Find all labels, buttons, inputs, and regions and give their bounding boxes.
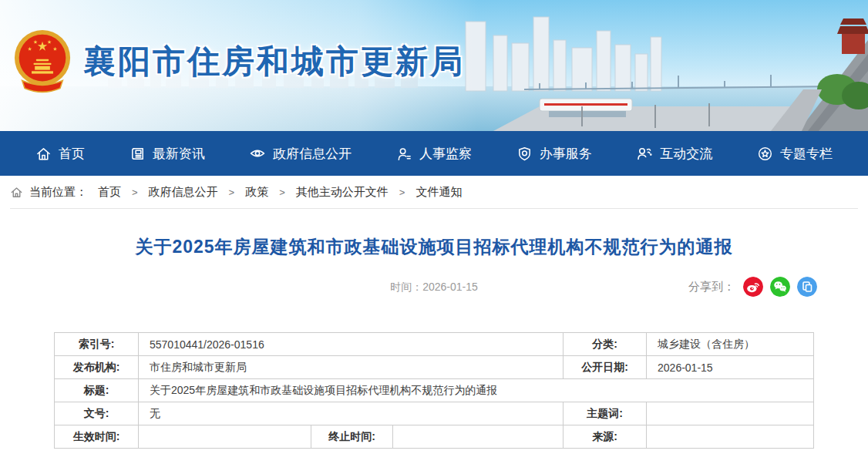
article-header: 关于2025年房屋建筑和市政基础设施项目招标代理机构不规范行为的通报 时间：20… (0, 235, 868, 298)
nav-item-gov-info[interactable]: 政府信息公开 (249, 145, 352, 163)
index-no-value: 557010441/2026-01516 (139, 333, 564, 356)
breadcrumb-home-icon (10, 186, 23, 199)
wechat-share-icon[interactable] (770, 277, 790, 297)
nav-item-news[interactable]: 最新资讯 (130, 145, 205, 163)
china-national-emblem-icon (11, 28, 74, 96)
document-meta-table-wrap: 索引号: 557010441/2026-01516 分类: 城乡建设（含住房） … (54, 332, 814, 449)
eye-icon (249, 145, 266, 162)
nav-item-home[interactable]: 首页 (35, 145, 85, 163)
keywords-value (647, 402, 814, 425)
star-icon (757, 146, 773, 162)
nav-label: 人事监察 (419, 145, 472, 163)
nav-label: 最新资讯 (153, 145, 205, 163)
breadcrumb-item-doc-notice[interactable]: 文件通知 (415, 185, 462, 200)
breadcrumb-separator: > (279, 187, 285, 198)
nav-label: 办事服务 (540, 145, 592, 163)
site-title: 襄阳市住房和城市更新局 (83, 45, 465, 78)
table-row: 标题: 关于2025年房屋建筑和市政基础设施项目招标代理机构不规范行为的通报 (55, 379, 814, 402)
publish-date-label: 公开日期: (564, 356, 647, 379)
nav-label: 政府信息公开 (273, 145, 352, 163)
category-label: 分类: (564, 333, 647, 356)
breadcrumb-label: 当前位置： (29, 185, 87, 200)
nav-item-special-topics[interactable]: 专题专栏 (757, 145, 833, 163)
nav-label: 专题专栏 (780, 145, 833, 163)
source-value (647, 425, 814, 449)
share-label: 分享到： (688, 280, 735, 294)
nav-label: 首页 (59, 145, 85, 163)
header-banner: 襄阳市住房和城市更新局 (0, 0, 868, 131)
table-row: 生效时间: 终止时间: 来源: (55, 425, 814, 449)
site-brand: 襄阳市住房和城市更新局 (11, 28, 465, 96)
publisher-label: 发布机构: (55, 356, 139, 379)
home-icon (35, 146, 52, 162)
breadcrumb-separator: > (229, 187, 235, 198)
nav-item-personnel[interactable]: 人事监察 (396, 145, 472, 163)
news-icon (130, 146, 146, 162)
person-icon (396, 146, 412, 162)
nav-label: 互动交流 (660, 145, 712, 163)
breadcrumb-item-home[interactable]: 首页 (98, 185, 121, 200)
publish-date-value: 2026-01-15 (647, 356, 814, 379)
source-label: 来源: (564, 425, 647, 449)
table-row: 索引号: 557010441/2026-01516 分类: 城乡建设（含住房） (55, 333, 814, 356)
main-nav: 首页 最新资讯 政府信息公开 人事监察 办事服务 互动交流 (0, 131, 868, 176)
weibo-share-icon[interactable] (743, 277, 763, 297)
nav-item-interaction[interactable]: 互动交流 (636, 145, 712, 163)
end-date-value (393, 425, 564, 449)
publish-time-value: 2026-01-15 (422, 281, 478, 293)
document-meta-table: 索引号: 557010441/2026-01516 分类: 城乡建设（含住房） … (54, 332, 814, 449)
breadcrumb-item-gov-info[interactable]: 政府信息公开 (149, 185, 218, 200)
doc-title-value: 关于2025年房屋建筑和市政基础设施项目招标代理机构不规范行为的通报 (139, 379, 814, 402)
breadcrumb-item-policy[interactable]: 政策 (245, 185, 268, 200)
copy-link-share-icon[interactable] (797, 277, 817, 297)
effective-date-value (139, 425, 311, 449)
category-value: 城乡建设（含住房） (647, 333, 814, 356)
doc-no-label: 文号: (55, 402, 139, 425)
table-row: 发布机构: 市住房和城市更新局 公开日期: 2026-01-15 (55, 356, 814, 379)
breadcrumb-separator: > (132, 187, 138, 198)
article-meta-row: 时间：2026-01-15 分享到： (0, 276, 868, 298)
publish-time-label: 时间： (390, 281, 422, 293)
doc-no-value: 无 (139, 402, 564, 425)
breadcrumb-separator: > (399, 187, 405, 198)
doc-title-label: 标题: (55, 379, 139, 402)
nav-item-services[interactable]: 办事服务 (516, 145, 592, 163)
chat-icon (636, 145, 653, 162)
end-date-label: 终止时间: (311, 425, 393, 449)
article-title: 关于2025年房屋建筑和市政基础设施项目招标代理机构不规范行为的通报 (0, 235, 868, 259)
breadcrumb-item-other-docs[interactable]: 其他主动公开文件 (296, 185, 389, 200)
breadcrumb: 当前位置： 首页 > 政府信息公开 > 政策 > 其他主动公开文件 > 文件通知 (10, 176, 858, 209)
share-bar: 分享到： (688, 276, 817, 298)
table-row: 文号: 无 主题词: (55, 402, 814, 425)
keywords-label: 主题词: (564, 402, 647, 425)
effective-date-label: 生效时间: (55, 425, 139, 449)
index-no-label: 索引号: (55, 333, 139, 356)
publisher-value: 市住房和城市更新局 (139, 356, 564, 379)
shield-icon (516, 146, 533, 162)
